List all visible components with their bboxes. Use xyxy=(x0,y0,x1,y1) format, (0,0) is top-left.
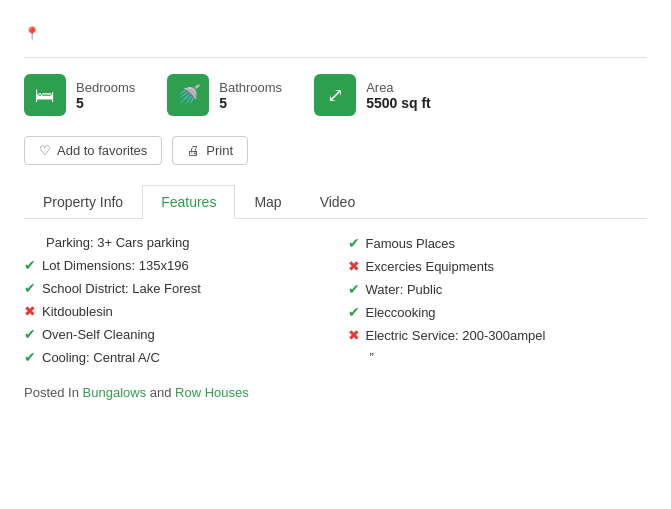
feature-text: Electric Service: 200-300ampel xyxy=(366,328,546,343)
feature-eleccooking: ✔Eleccooking xyxy=(348,304,648,320)
feature-famous: ✔Famous Places xyxy=(348,235,648,251)
check-icon: ✔ xyxy=(24,326,36,342)
feature-text: ” xyxy=(370,350,374,365)
feature-text: Eleccooking xyxy=(366,305,436,320)
feature-school: ✔School District: Lake Forest xyxy=(24,280,324,296)
feature-text: Cooling: Central A/C xyxy=(42,350,160,365)
actions-row: ♡Add to favorites🖨Print xyxy=(24,136,647,165)
cross-icon: ✖ xyxy=(348,258,360,274)
feature-cooling: ✔Cooling: Central A/C xyxy=(24,349,324,365)
feature-text: Famous Places xyxy=(366,236,456,251)
features-content: Parking: 3+ Cars parking✔Lot Dimensions:… xyxy=(24,235,647,365)
favorites-icon: ♡ xyxy=(39,143,51,158)
favorites-label: Add to favorites xyxy=(57,143,147,158)
feature-text: Lot Dimensions: 135x196 xyxy=(42,258,189,273)
pin-icon: 📍 xyxy=(24,26,40,41)
check-icon: ✔ xyxy=(348,304,360,320)
header-divider xyxy=(24,57,647,58)
address-row: 📍 xyxy=(24,26,647,41)
feature-lot: ✔Lot Dimensions: 135x196 xyxy=(24,257,324,273)
check-icon: ✔ xyxy=(24,257,36,273)
feature-text: Water: Public xyxy=(366,282,443,297)
bedrooms-label: Bedrooms xyxy=(76,80,135,95)
feature-oven: ✔Oven-Self Cleaning xyxy=(24,326,324,342)
area-value: 5500 sq ft xyxy=(366,95,431,111)
posted-row: Posted In Bungalows and Row Houses xyxy=(24,385,647,400)
feature-kit: ✖Kitdoublesin xyxy=(24,303,324,319)
feature-text: Parking: 3+ Cars parking xyxy=(46,235,189,250)
tab-map[interactable]: Map xyxy=(235,185,300,218)
bedrooms-icon: 🛏 xyxy=(24,74,66,116)
bathrooms-value: 5 xyxy=(219,95,282,111)
stat-area: ⤢ Area 5500 sq ft xyxy=(314,74,431,116)
print-icon: 🖨 xyxy=(187,143,200,158)
bathrooms-label: Bathrooms xyxy=(219,80,282,95)
cross-icon: ✖ xyxy=(348,327,360,343)
features-left-col: Parking: 3+ Cars parking✔Lot Dimensions:… xyxy=(24,235,324,365)
property-header: 📍 xyxy=(24,20,647,41)
feature-text: Kitdoublesin xyxy=(42,304,113,319)
feature-parking: Parking: 3+ Cars parking xyxy=(24,235,324,250)
feature-electric: ✖Electric Service: 200-300ampel xyxy=(348,327,648,343)
feature-text: School District: Lake Forest xyxy=(42,281,201,296)
area-icon: ⤢ xyxy=(314,74,356,116)
check-icon: ✔ xyxy=(348,281,360,297)
posted-link-row-houses[interactable]: Row Houses xyxy=(175,385,249,400)
feature-quote: ” xyxy=(348,350,648,365)
check-icon: ✔ xyxy=(348,235,360,251)
features-right-col: ✔Famous Places✖Excercies Equipments✔Wate… xyxy=(348,235,648,365)
posted-label: Posted In xyxy=(24,385,83,400)
check-icon: ✔ xyxy=(24,349,36,365)
feature-text: Oven-Self Cleaning xyxy=(42,327,155,342)
area-label: Area xyxy=(366,80,431,95)
feature-water: ✔Water: Public xyxy=(348,281,648,297)
cross-icon: ✖ xyxy=(24,303,36,319)
feature-text: Excercies Equipments xyxy=(366,259,495,274)
tab-property-info[interactable]: Property Info xyxy=(24,185,142,218)
feature-exercise: ✖Excercies Equipments xyxy=(348,258,648,274)
stats-row: 🛏 Bedrooms 5 🚿 Bathrooms 5 ⤢ Area 5500 s… xyxy=(24,74,647,116)
tab-video[interactable]: Video xyxy=(301,185,375,218)
tabs-row: Property InfoFeaturesMapVideo xyxy=(24,185,647,219)
tab-features[interactable]: Features xyxy=(142,185,235,219)
favorites-button[interactable]: ♡Add to favorites xyxy=(24,136,162,165)
print-label: Print xyxy=(206,143,233,158)
stat-bathrooms: 🚿 Bathrooms 5 xyxy=(167,74,282,116)
stat-bedrooms: 🛏 Bedrooms 5 xyxy=(24,74,135,116)
check-icon: ✔ xyxy=(24,280,36,296)
posted-link-bungalows[interactable]: Bungalows xyxy=(83,385,147,400)
posted-separator: and xyxy=(146,385,175,400)
bedrooms-value: 5 xyxy=(76,95,135,111)
bathrooms-icon: 🚿 xyxy=(167,74,209,116)
print-button[interactable]: 🖨Print xyxy=(172,136,248,165)
